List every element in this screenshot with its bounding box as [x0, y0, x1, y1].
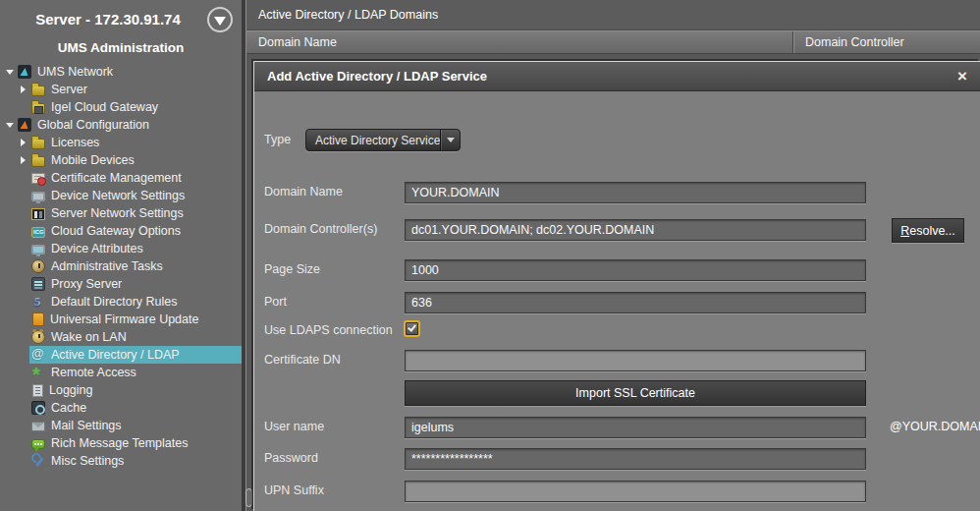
sidebar-item-certificate-management[interactable]: Certificate Management	[0, 169, 242, 187]
remote-access-icon	[31, 366, 45, 379]
tree-expander-icon[interactable]	[17, 154, 29, 167]
scrollbar-thumb[interactable]	[245, 488, 252, 507]
sidebar-item-wake-on-lan[interactable]: Wake on LAN	[0, 328, 242, 346]
logging-icon	[32, 384, 43, 397]
sidebar-item-ums-network[interactable]: UMS Network	[0, 63, 242, 81]
column-header-domain-name[interactable]: Domain Name	[246, 31, 793, 53]
domain-controllers-label: Domain Controller(s)	[264, 219, 377, 240]
device-network-icon	[31, 192, 45, 201]
domain-name-label: Domain Name	[264, 182, 343, 202]
page-title: Active Directory / LDAP Domains	[246, 0, 980, 30]
device-attributes-icon	[31, 245, 45, 255]
domain-controllers-input[interactable]	[405, 219, 866, 241]
mail-envelope-icon	[31, 422, 45, 431]
sidebar-item-server-network-settings[interactable]: Server Network Settings	[0, 204, 242, 222]
sidebar-item-igel-cloud-gateway[interactable]: Igel Cloud Gateway	[0, 98, 242, 116]
use-ldaps-label: Use LDAPS connection	[264, 320, 393, 341]
firmware-update-icon	[32, 312, 44, 326]
dialog-title-bar: Add Active Directory / LDAP Service ×	[254, 62, 980, 91]
upn-suffix-input[interactable]	[405, 481, 866, 502]
password-input[interactable]	[405, 448, 866, 470]
sidebar-item-cloud-gateway-options[interactable]: Cloud Gateway Options	[0, 222, 242, 240]
user-name-label: User name	[264, 417, 324, 437]
folder-icon	[31, 139, 45, 149]
ums-administration-title: UMS Administration	[0, 40, 242, 55]
sidebar-item-active-directory-ldap[interactable]: Active Directory / LDAP	[0, 346, 242, 364]
global-configuration-icon	[18, 118, 31, 132]
chevron-down-icon	[440, 130, 460, 150]
chevron-down-icon	[214, 17, 226, 26]
add-ad-ldap-dialog: Add Active Directory / LDAP Service × Ty…	[253, 61, 980, 511]
sidebar-item-global-configuration[interactable]: Global Configuration	[0, 116, 242, 134]
folder-icon	[31, 85, 45, 96]
tree-expander-icon[interactable]	[3, 66, 16, 79]
speech-bubble-icon	[31, 439, 45, 449]
tree-expander-icon[interactable]	[17, 84, 29, 96]
sidebar-item-misc-settings[interactable]: Misc Settings	[0, 452, 242, 470]
table-header: Domain Name Domain Controller	[246, 30, 980, 54]
proxy-server-icon	[31, 277, 45, 291]
sidebar-item-server[interactable]: Server	[0, 81, 242, 98]
sidebar: Server - 172.30.91.74 UMS Administration…	[0, 0, 242, 511]
sidebar-item-universal-firmware-update[interactable]: Universal Firmware Update	[0, 311, 242, 328]
user-name-suffix-label: @YOUR.DOMAIN	[890, 417, 980, 437]
check-icon	[408, 322, 416, 331]
password-label: Password	[264, 448, 318, 469]
use-ldaps-checkbox[interactable]	[404, 320, 420, 337]
navigation-tree: UMS Network Server Igel Cloud Gateway Gl…	[0, 63, 242, 470]
sidebar-item-cache[interactable]: Cache	[0, 399, 242, 417]
sidebar-item-proxy-server[interactable]: Proxy Server	[0, 275, 242, 293]
user-name-input[interactable]	[405, 417, 866, 438]
sidebar-item-mail-settings[interactable]: Mail Settings	[0, 417, 242, 434]
folder-icon	[31, 156, 45, 167]
sidebar-item-licenses[interactable]: Licenses	[0, 134, 242, 151]
application-window: Server - 172.30.91.74 UMS Administration…	[0, 0, 980, 511]
tree-expander-icon[interactable]	[17, 137, 29, 149]
sidebar-item-default-directory-rules[interactable]: Default Directory Rules	[0, 293, 242, 311]
close-icon[interactable]: ×	[957, 68, 967, 85]
tree-expander-icon[interactable]	[3, 119, 16, 132]
wrench-icon	[31, 454, 45, 468]
sidebar-item-mobile-devices[interactable]: Mobile Devices	[0, 151, 242, 169]
server-title: Server - 172.30.91.74	[0, 11, 242, 28]
resolve-button[interactable]: Resolve...	[892, 218, 964, 243]
type-select-value: Active Directory Service	[306, 134, 440, 147]
type-select[interactable]: Active Directory Service	[305, 129, 461, 151]
at-symbol-icon	[31, 348, 45, 362]
port-input[interactable]	[405, 292, 866, 313]
certificate-dn-label: Certificate DN	[264, 350, 341, 370]
sidebar-item-logging[interactable]: Logging	[0, 381, 242, 399]
server-dropdown-button[interactable]	[207, 7, 233, 32]
dialog-body: Type Active Directory Service Domain Nam…	[254, 92, 980, 511]
sidebar-item-device-network-settings[interactable]: Device Network Settings	[0, 187, 242, 204]
cache-icon	[31, 401, 45, 415]
certificate-icon	[31, 173, 45, 184]
dialog-title: Add Active Directory / LDAP Service	[267, 69, 957, 84]
wake-on-lan-icon	[31, 330, 45, 344]
domain-name-input[interactable]	[405, 182, 866, 203]
folder-cloud-gateway-icon	[31, 103, 45, 114]
sidebar-item-device-attributes[interactable]: Device Attributes	[0, 240, 242, 257]
page-size-input[interactable]	[405, 259, 866, 281]
sidebar-item-rich-message-templates[interactable]: Rich Message Templates	[0, 434, 242, 452]
type-label: Type	[264, 130, 291, 150]
sidebar-item-remote-access[interactable]: Remote Access	[0, 364, 242, 381]
sidebar-item-administrative-tasks[interactable]: Administrative Tasks	[0, 257, 242, 275]
import-ssl-certificate-button[interactable]: Import SSL Certificate	[405, 380, 866, 406]
page-size-label: Page Size	[264, 259, 320, 280]
column-header-domain-controller[interactable]: Domain Controller	[793, 31, 980, 53]
upn-suffix-label: UPN Suffix	[264, 481, 324, 501]
server-network-icon	[31, 208, 45, 220]
ums-network-icon	[18, 65, 31, 79]
administrative-tasks-icon	[31, 259, 45, 273]
certificate-dn-input[interactable]	[405, 350, 866, 371]
directory-rules-icon	[31, 295, 45, 309]
port-label: Port	[264, 292, 287, 312]
cloud-gateway-options-icon	[31, 227, 45, 238]
